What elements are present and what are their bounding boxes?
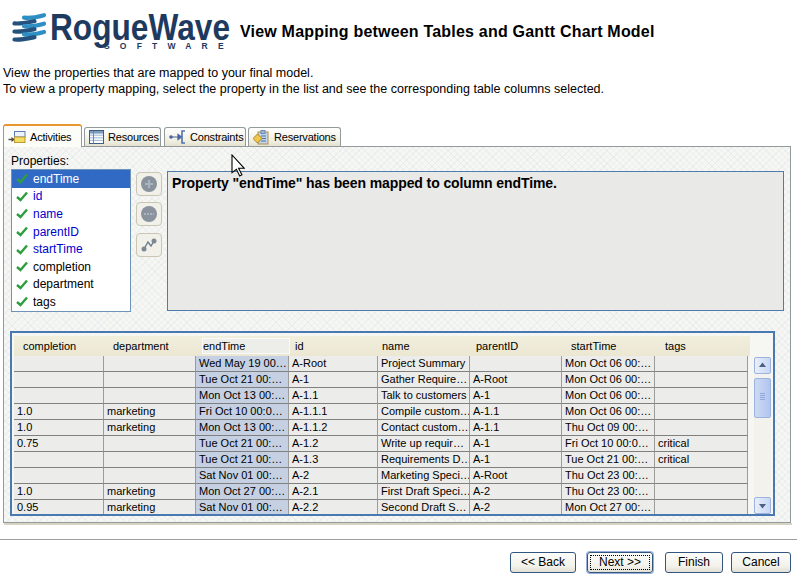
svg-text:SOFTWARE: SOFTWARE	[104, 41, 234, 51]
